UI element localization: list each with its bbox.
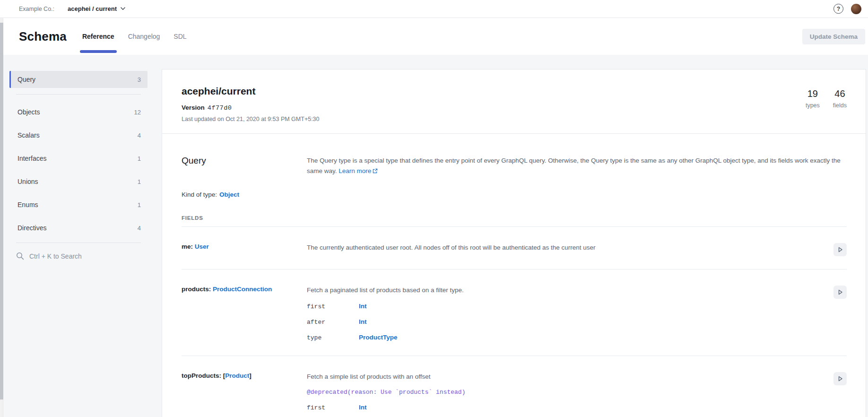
- topbar-right: ?: [833, 4, 856, 14]
- run-in-explorer-button[interactable]: [833, 243, 847, 256]
- tab-reference[interactable]: Reference: [81, 18, 116, 55]
- field-name-label: products:: [182, 286, 213, 293]
- avatar[interactable]: [851, 4, 861, 14]
- last-updated: Last updated on Oct 21, 2020 at 9:53 PM …: [182, 116, 847, 122]
- stat-types-label: types: [806, 102, 820, 109]
- play-icon: [837, 246, 843, 253]
- field-name: topProducts: [Product]: [182, 372, 307, 413]
- field-type-link[interactable]: ProductConnection: [213, 286, 272, 293]
- page-title: Schema: [19, 29, 67, 44]
- arg-row: after Int: [307, 318, 826, 327]
- type-description-text: The Query type is a special type that de…: [307, 157, 841, 174]
- run-in-explorer-button[interactable]: [833, 372, 847, 385]
- version-hash: 4f77d0: [208, 104, 232, 112]
- field-args: first Int after Int type ProductType: [307, 303, 826, 343]
- sidebar-item-label: Directives: [17, 224, 46, 232]
- schema-reference-card: acephei/current Version4f77d0 Last updat…: [162, 69, 866, 417]
- sidebar-item-enums[interactable]: Enums 1: [9, 196, 148, 213]
- type-description: The Query type is a special type that de…: [307, 156, 847, 177]
- run-in-explorer-button[interactable]: [833, 286, 847, 299]
- sidebar-item-label: Scalars: [17, 131, 40, 139]
- arg-type-link[interactable]: Int: [359, 318, 367, 325]
- sidebar-item-count: 3: [138, 76, 141, 83]
- sidebar-item-count: 12: [134, 109, 141, 116]
- sidebar-divider: [16, 94, 141, 95]
- type-intro-row: Query The Query type is a special type t…: [182, 156, 847, 177]
- version-row: Version4f77d0: [182, 104, 847, 112]
- arg-type-link[interactable]: Int: [359, 404, 367, 411]
- play-cell: [833, 372, 847, 413]
- sidebar-divider: [16, 243, 141, 243]
- sidebar-item-scalars[interactable]: Scalars 4: [9, 127, 148, 144]
- arg-row: first Int: [307, 404, 826, 413]
- graph-title: acephei/current: [182, 86, 847, 97]
- stat-fields-value: 46: [833, 88, 847, 99]
- search-trigger[interactable]: Ctrl + K to Search: [9, 252, 148, 260]
- field-type-link[interactable]: User: [195, 243, 209, 250]
- kind-value-link[interactable]: Object: [219, 191, 239, 198]
- scrollbar-thumb[interactable]: [0, 23, 3, 400]
- sidebar-item-label: Enums: [17, 201, 38, 208]
- field-name: products: ProductConnection: [182, 286, 307, 343]
- sidebar-item-label: Query: [17, 76, 35, 83]
- arg-name: first: [307, 303, 359, 310]
- field-description: Fetch a simple list of products with an …: [307, 372, 826, 381]
- search-hint: Ctrl + K to Search: [29, 252, 82, 260]
- sidebar-item-interfaces[interactable]: Interfaces 1: [9, 150, 148, 167]
- query-type-section: Query The Query type is a special type t…: [162, 134, 866, 417]
- tabs: Reference Changelog SDL: [81, 18, 188, 55]
- stat-fields-label: fields: [833, 102, 847, 109]
- arg-row: first Int: [307, 303, 826, 312]
- field-type-link[interactable]: Product: [225, 372, 249, 379]
- sidebar-item-directives[interactable]: Directives 4: [9, 219, 148, 236]
- tab-changelog[interactable]: Changelog: [127, 18, 162, 55]
- chevron-down-icon: [121, 7, 125, 10]
- graph-selector-label: acephei / current: [68, 5, 117, 12]
- external-link-icon: [373, 166, 378, 177]
- arg-name: type: [307, 334, 359, 341]
- play-cell: [833, 243, 847, 256]
- type-name: Query: [182, 156, 307, 177]
- play-icon: [837, 375, 843, 382]
- field-name: me: User: [182, 243, 307, 256]
- play-cell: [833, 286, 847, 343]
- learn-more-link[interactable]: Learn more: [339, 167, 371, 174]
- search-icon: [16, 252, 24, 260]
- sidebar-item-label: Unions: [17, 178, 38, 185]
- sidebar-item-unions[interactable]: Unions 1: [9, 173, 148, 190]
- field-row-topproducts: topProducts: [Product] Fetch a simple li…: [182, 356, 847, 417]
- field-details: Fetch a paginated list of products based…: [307, 286, 826, 343]
- kind-of-type-row: Kind of type:Object: [182, 191, 847, 198]
- top-bar: Example Co.: acephei / current ?: [0, 0, 868, 18]
- help-icon[interactable]: ?: [833, 4, 843, 14]
- deprecated-annotation: @deprecated(reason: Use `products` inste…: [307, 389, 826, 396]
- schema-page: Example Co.: acephei / current ? Schema …: [0, 0, 868, 417]
- play-icon: [837, 289, 843, 295]
- page-header: Schema Reference Changelog SDL Update Sc…: [0, 18, 868, 55]
- sidebar-item-count: 1: [138, 201, 141, 208]
- field-description: The currently authenticated user root. A…: [307, 243, 826, 256]
- graph-selector[interactable]: acephei / current: [68, 5, 125, 12]
- arg-type-link[interactable]: Int: [359, 303, 367, 310]
- kind-label: Kind of type:: [182, 191, 217, 198]
- sidebar-item-count: 1: [138, 178, 141, 185]
- sidebar-item-objects[interactable]: Objects 12: [9, 104, 148, 121]
- page-body: Query 3 Objects 12 Scalars 4 Interfaces …: [4, 55, 868, 417]
- org-label: Example Co.:: [19, 6, 54, 12]
- stat-types: 19 types: [806, 88, 820, 109]
- schema-stats: 19 types 46 fields: [806, 88, 847, 109]
- sidebar-item-query[interactable]: Query 3: [9, 71, 148, 88]
- field-name-label: topProducts: [: [182, 372, 225, 379]
- field-name-label: me:: [182, 243, 195, 250]
- field-details: Fetch a simple list of products with an …: [307, 372, 826, 413]
- field-description: Fetch a paginated list of products based…: [307, 286, 826, 295]
- vertical-scrollbar[interactable]: [0, 18, 3, 417]
- sidebar: Query 3 Objects 12 Scalars 4 Interfaces …: [4, 55, 151, 417]
- version-label: Version: [182, 104, 205, 111]
- arg-row: type ProductType: [307, 334, 826, 343]
- field-row-products: products: ProductConnection Fetch a pagi…: [182, 269, 847, 356]
- tab-sdl[interactable]: SDL: [172, 18, 188, 55]
- arg-type-link[interactable]: ProductType: [359, 334, 398, 341]
- arg-name: after: [307, 319, 359, 326]
- update-schema-button[interactable]: Update Schema: [802, 29, 865, 44]
